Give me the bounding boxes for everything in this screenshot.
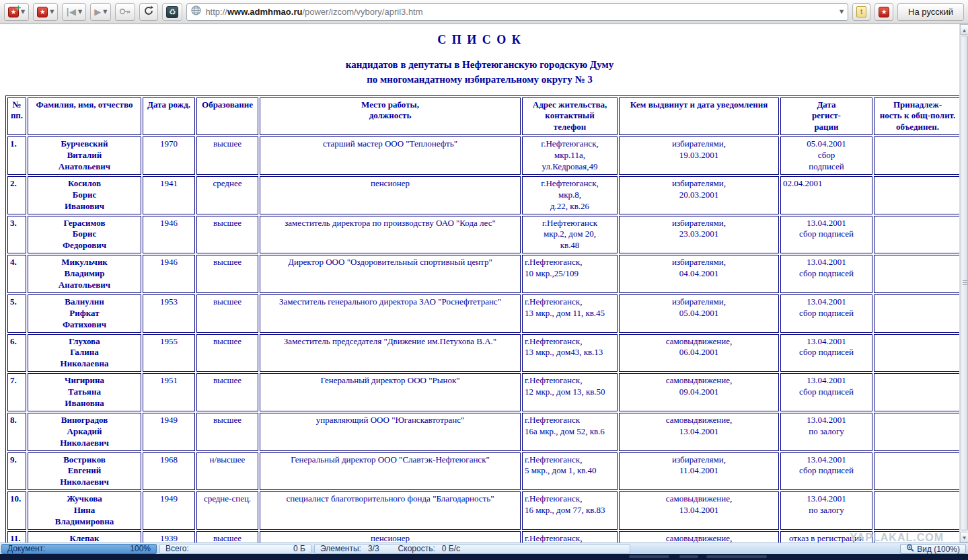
cell-nominated: самовыдвижение, 11.04.2001 xyxy=(619,531,779,543)
status-speed: Скорость: 0 Б/с xyxy=(398,544,460,553)
cell-num: 11. xyxy=(7,531,26,543)
cell-name: Бурчевский Виталий Анатольевич xyxy=(28,136,141,175)
reload-button[interactable] xyxy=(139,3,158,21)
column-header: Дата рожд. xyxy=(143,97,195,136)
bookmark-button[interactable]: ★ ▼ xyxy=(33,3,58,21)
cell-party xyxy=(874,452,959,491)
cell-edu: высшее xyxy=(196,255,258,293)
trash-panel-button[interactable]: ♻ xyxy=(162,3,182,21)
key-icon xyxy=(119,6,131,18)
document-value: 100% xyxy=(130,544,151,553)
back-button[interactable]: |◀ ▼ xyxy=(62,3,86,21)
cell-nominated: избирателями, 23.03.2001 xyxy=(619,216,779,254)
table-row: 8.Виноградов Аркадий Николаевич1949высше… xyxy=(7,413,959,451)
translate-button[interactable]: На русский xyxy=(897,3,964,21)
candidates-table: № пп.Фамилия, имя, отчествоДата рожд.Обр… xyxy=(5,95,959,543)
table-row: 9.Востриков Евгений Николаевич1968н/высш… xyxy=(7,452,959,491)
cell-nominated: избирателями, 19.03.2001 xyxy=(619,136,779,175)
table-row: 4.Микульчик Владимир Анатольевич1946высш… xyxy=(7,255,959,293)
cell-reg: 13.04.2001 сбор подписей xyxy=(780,294,872,333)
total-value: 0 Б xyxy=(293,544,305,553)
speed-label: Скорость: xyxy=(398,544,435,553)
password-button[interactable] xyxy=(115,3,135,21)
scroll-up-button[interactable]: ▲ xyxy=(960,24,968,35)
cell-reg: 05.04.2001 сбор подписей xyxy=(780,136,872,175)
chevron-down-icon: ▼ xyxy=(103,9,107,15)
elements-label: Элементы: xyxy=(320,544,361,553)
cell-born: 1941 xyxy=(143,176,195,214)
forward-button[interactable]: ▶ ▼ xyxy=(90,3,111,21)
taskbar-strip xyxy=(0,554,968,560)
cell-reg: 13.04.2001 сбор подписей xyxy=(780,255,872,293)
cell-reg: 13.04.2001 сбор подписей xyxy=(780,452,872,491)
cell-name: Валиулин Рифкат Фатихович xyxy=(28,294,141,333)
cell-edu: высшее xyxy=(196,334,258,372)
cell-born: 1951 xyxy=(143,373,195,411)
cell-nominated: избирателями, 11.04.2001 xyxy=(619,452,779,491)
blurred-mark xyxy=(679,555,698,558)
cell-edu: среднее xyxy=(196,176,258,214)
cell-num: 1. xyxy=(7,136,26,175)
cell-job: Заместитель генерального директора ЗАО "… xyxy=(260,294,521,333)
column-header: Образование xyxy=(196,97,258,136)
sidebar-note-button[interactable]: t xyxy=(852,3,870,21)
subtitle-line-1: кандидатов в депутаты в Нефтеюганскую го… xyxy=(0,58,959,73)
cell-num: 7. xyxy=(7,373,26,411)
cell-edu: высшее xyxy=(196,531,258,543)
table-row: 3.Герасимов Борис Федорович1946высшеезам… xyxy=(7,216,959,254)
column-header: Дата регист- рации xyxy=(780,97,872,136)
cell-edu: высшее xyxy=(196,413,258,451)
status-elements-speed-segment: Элементы: 3/3 Скорость: 0 Б/с xyxy=(314,544,630,554)
cell-name: Глухова Галина Николаевна xyxy=(28,334,141,372)
cell-edu: высшее xyxy=(196,373,258,411)
column-header: Кем выдвинут и дата уведомления xyxy=(619,97,779,136)
cell-addr: г.Нефтеюганск мкр.2, дом 20, кв.48 xyxy=(522,216,618,254)
blurred-mark xyxy=(706,555,767,558)
scroll-down-button[interactable]: ▼ xyxy=(960,532,968,543)
bookmark-add-button[interactable]: ★+ ▼ xyxy=(4,3,29,21)
bookmark-star-button[interactable]: ★ xyxy=(874,3,893,21)
cell-job: Директор ООО "Оздоровительный спортивный… xyxy=(260,255,521,293)
zoom-view-button[interactable]: Вид (100%) xyxy=(900,544,966,554)
cell-num: 6. xyxy=(7,334,26,372)
cell-name: Жучкова Нина Владимировна xyxy=(28,491,141,530)
cell-party xyxy=(874,216,959,254)
vertical-scrollbar[interactable]: ▲ ▼ xyxy=(959,24,968,543)
cell-edu: н/высшее xyxy=(196,452,258,491)
cell-reg: 13.04.2001 по залогу xyxy=(780,413,872,451)
reload-icon xyxy=(143,5,154,19)
cell-job: Генеральный директор ООО "Рынок" xyxy=(260,373,521,411)
scrollbar-thumb[interactable] xyxy=(961,36,968,530)
cell-party xyxy=(874,136,959,175)
cell-job: управляющий ООО "Юганскавтотранс" xyxy=(260,413,521,451)
cell-job: Заместитель председателя "Движение им.Пе… xyxy=(260,334,521,372)
chevron-down-icon: ▼ xyxy=(78,9,82,15)
table-row: 11.Клепак Степан Николаевич1939высшеепен… xyxy=(7,531,959,543)
status-total-segment: Всего: 0 Б xyxy=(159,544,311,554)
cell-party xyxy=(874,294,959,333)
speed-value: 0 Б/с xyxy=(442,544,460,553)
cell-nominated: самовыдвижение, 13.04.2001 xyxy=(619,413,779,451)
forward-arrow-icon: ▶ xyxy=(94,7,101,17)
cell-born: 1955 xyxy=(143,334,195,372)
cell-nominated: избирателями, 20.03.2001 xyxy=(619,176,779,214)
red-star-plus-icon: ★+ xyxy=(8,7,19,17)
page-content: С П И С О К кандидатов в депутаты в Нефт… xyxy=(0,24,959,543)
cell-addr: г.Нефтеюганск, 5 мкр., дом 1, кв.40 xyxy=(522,452,618,491)
url-dropdown-icon[interactable]: ▼ xyxy=(840,9,844,15)
address-bar[interactable]: http://www.admhmao.ru/power/izcom/vybory… xyxy=(186,3,848,21)
cell-name: Косилов Борис Иванович xyxy=(28,176,141,214)
cell-party xyxy=(874,373,959,411)
cell-nominated: самовыдвижение, 06.04.2001 xyxy=(619,334,779,372)
cell-num: 2. xyxy=(7,176,26,214)
cell-born: 1946 xyxy=(143,216,195,254)
cell-party xyxy=(874,413,959,451)
cell-job: пенсионер xyxy=(260,176,521,214)
cell-party xyxy=(874,255,959,293)
status-bar: Документ: 100% Всего: 0 Б Элементы: 3/3 … xyxy=(0,543,968,554)
back-arrow-icon: |◀ xyxy=(66,7,76,17)
table-row: 7.Чигирина Татьяна Ивановна1951высшееГен… xyxy=(7,373,959,411)
cell-num: 9. xyxy=(7,452,26,491)
cell-edu: высшее xyxy=(196,136,258,175)
scrollbar-grip xyxy=(963,280,967,286)
